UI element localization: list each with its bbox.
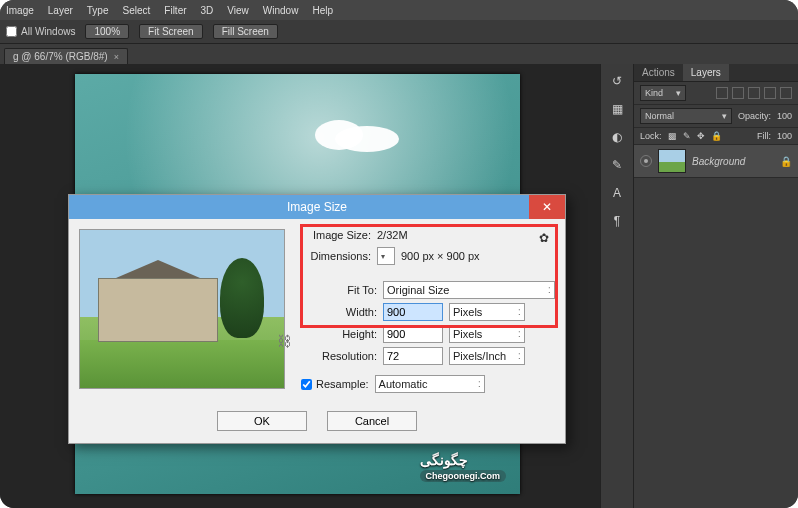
resize-windows-check[interactable]: All Windows — [6, 26, 75, 37]
fit-to-label: Fit To: — [301, 284, 377, 296]
ok-button[interactable]: OK — [217, 411, 307, 431]
filter-smart-icon[interactable] — [780, 87, 792, 99]
character-icon[interactable]: A — [608, 184, 626, 202]
width-label: Width: — [301, 306, 377, 318]
layers-panel: Actions Layers Kind▾ Normal▾ Opacity: 1 — [634, 64, 798, 508]
dialog-preview — [79, 229, 285, 389]
filter-kind-select[interactable]: Kind▾ — [640, 85, 686, 101]
actions-tab[interactable]: Actions — [634, 64, 683, 81]
menu-view[interactable]: View — [227, 5, 249, 16]
gear-icon[interactable]: ✿ — [539, 231, 549, 245]
menu-filter[interactable]: Filter — [164, 5, 186, 16]
dialog-close-button[interactable]: ✕ — [529, 195, 565, 219]
menu-type[interactable]: Type — [87, 5, 109, 16]
image-size-dialog: Image Size ✕ ✿ Image Size: — [68, 194, 566, 444]
opacity-label: Opacity: — [738, 111, 771, 121]
tab-close-icon[interactable]: × — [114, 52, 119, 62]
fill-value[interactable]: 100 — [777, 131, 792, 141]
resolution-unit-select[interactable]: Pixels/Inch⁚ — [449, 347, 525, 365]
menu-select[interactable]: Select — [123, 5, 151, 16]
height-unit-select[interactable]: Pixels⁚ — [449, 325, 525, 343]
paragraph-icon[interactable]: ¶ — [608, 212, 626, 230]
watermark: چگونگی Chegoonegi.Com — [420, 452, 507, 482]
tab-label: g @ 66/7% (RGB/8#) — [13, 51, 108, 62]
menu-image[interactable]: Image — [6, 5, 34, 16]
dimensions-value: 900 px × 900 px — [401, 250, 480, 262]
fit-to-select[interactable]: Original Size⁚ — [383, 281, 555, 299]
resolution-label: Resolution: — [301, 350, 377, 362]
adjustments-icon[interactable]: ◐ — [608, 128, 626, 146]
lock-label: Lock: — [640, 131, 662, 141]
dimensions-label: Dimensions: — [295, 250, 371, 262]
width-input[interactable] — [383, 303, 443, 321]
filter-type-icon[interactable] — [748, 87, 760, 99]
filter-pixel-icon[interactable] — [716, 87, 728, 99]
menu-layer[interactable]: Layer — [48, 5, 73, 16]
image-size-label: Image Size: — [295, 229, 371, 241]
height-label: Height: — [301, 328, 377, 340]
vertical-tool-dock: ↺ ▦ ◐ ✎ A ¶ — [600, 64, 634, 508]
lock-all-icon[interactable]: 🔒 — [711, 131, 722, 141]
link-icon[interactable]: ⛓ — [277, 333, 291, 349]
layer-row-background[interactable]: Background 🔒 — [634, 145, 798, 178]
document-tab-bar: g @ 66/7% (RGB/8#) × — [0, 44, 798, 64]
options-bar: All Windows 100% Fit Screen Fill Screen — [0, 20, 798, 44]
fill-label: Fill: — [757, 131, 771, 141]
fit-screen-button[interactable]: Fit Screen — [139, 24, 203, 39]
zoom-100-button[interactable]: 100% — [85, 24, 129, 39]
layer-name: Background — [692, 156, 745, 167]
resample-check[interactable]: Resample: — [301, 378, 369, 390]
lock-icon: 🔒 — [780, 156, 792, 167]
height-input[interactable] — [383, 325, 443, 343]
dialog-title: Image Size — [287, 200, 347, 214]
document-tab[interactable]: g @ 66/7% (RGB/8#) × — [4, 48, 128, 64]
filter-icons[interactable] — [716, 87, 792, 99]
lock-paint-icon[interactable]: ✎ — [683, 131, 691, 141]
resample-select[interactable]: Automatic⁚ — [375, 375, 485, 393]
visibility-icon[interactable] — [640, 155, 652, 167]
filter-adjust-icon[interactable] — [732, 87, 744, 99]
menu-3d[interactable]: 3D — [201, 5, 214, 16]
lock-transparent-icon[interactable]: ▩ — [668, 131, 677, 141]
menu-help[interactable]: Help — [312, 5, 333, 16]
layer-thumbnail — [658, 149, 686, 173]
swatches-icon[interactable]: ▦ — [608, 100, 626, 118]
history-icon[interactable]: ↺ — [608, 72, 626, 90]
layers-tab[interactable]: Layers — [683, 64, 729, 81]
filter-shape-icon[interactable] — [764, 87, 776, 99]
menu-bar: Image Layer Type Select Filter 3D View W… — [0, 0, 798, 20]
brush-icon[interactable]: ✎ — [608, 156, 626, 174]
opacity-value[interactable]: 100 — [777, 111, 792, 121]
fill-screen-button[interactable]: Fill Screen — [213, 24, 278, 39]
dimensions-unit-select[interactable]: ▾ — [377, 247, 395, 265]
menu-window[interactable]: Window — [263, 5, 299, 16]
lock-move-icon[interactable]: ✥ — [697, 131, 705, 141]
resolution-input[interactable] — [383, 347, 443, 365]
canvas-area: چگونگی Chegoonegi.Com Image Size ✕ — [0, 64, 600, 508]
cancel-button[interactable]: Cancel — [327, 411, 417, 431]
dialog-titlebar[interactable]: Image Size ✕ — [69, 195, 565, 219]
width-unit-select[interactable]: Pixels⁚ — [449, 303, 525, 321]
blend-mode-select[interactable]: Normal▾ — [640, 108, 732, 124]
cloud-graphic — [305, 112, 405, 152]
image-size-value: 2/32M — [377, 229, 408, 241]
